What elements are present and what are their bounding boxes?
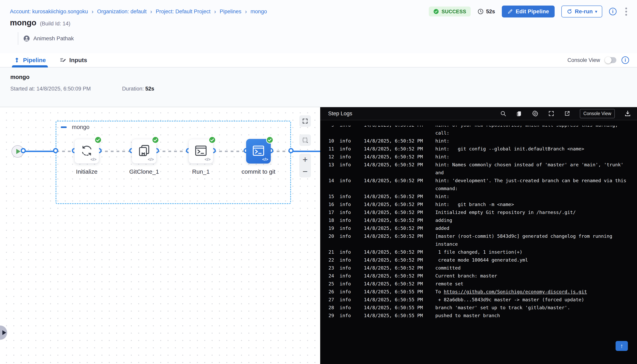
avatar-icon	[23, 35, 30, 42]
log-line: 14info14/8/2025, 6:50:52 PMhint: 'develo…	[320, 177, 637, 184]
rerun-button[interactable]: Re-run ▾	[561, 6, 602, 18]
log-level: info	[340, 289, 357, 294]
canvas-select-button[interactable]	[299, 134, 311, 146]
log-message: hint:	[435, 194, 637, 199]
caret-down-icon: ▾	[595, 9, 597, 14]
pipeline-step-commit-to-git[interactable]: </>	[246, 139, 271, 164]
log-level: info	[340, 122, 357, 128]
edge-start-to-stage	[22, 151, 56, 152]
stage-group-label: mongo	[72, 124, 90, 130]
breadcrumb-item[interactable]: mongo	[250, 8, 267, 15]
log-level: info	[340, 162, 357, 168]
tab-pipeline[interactable]: Pipeline	[14, 53, 46, 67]
zoom-in-button[interactable]: +	[299, 154, 311, 166]
log-level: info	[340, 138, 357, 144]
sidebar-expand-handle[interactable]	[0, 326, 7, 340]
scroll-to-top-button[interactable]: ↑	[616, 341, 628, 351]
more-options-menu[interactable]	[623, 6, 629, 17]
duration-row: Duration: 52s	[122, 86, 154, 92]
log-line-number: 28	[320, 305, 334, 310]
pipeline-step-gitclone_1[interactable]: </>	[132, 139, 156, 164]
log-message-wrap: command:	[435, 186, 637, 191]
stage-title: mongo	[10, 74, 30, 80]
log-line-number: 25	[320, 281, 334, 286]
log-level: info	[340, 226, 357, 231]
duration-indicator: 52s	[478, 8, 495, 15]
log-message: hint: Names commonly chosen instead of '…	[435, 162, 637, 168]
log-line: 18info14/8/2025, 6:50:52 PMadding	[320, 216, 637, 224]
breadcrumb-item[interactable]: Account: kurosakiichigo.songoku	[10, 8, 88, 15]
log-timestamp: 14/8/2025, 6:50:55 PM	[364, 305, 435, 310]
log-line: 10info14/8/2025, 6:50:52 PMhint:	[320, 137, 637, 145]
fullscreen-icon	[302, 118, 308, 124]
stage-collapse-control[interactable]: mongo	[61, 124, 90, 130]
edit-pipeline-button[interactable]: Edit Pipeline	[502, 6, 554, 18]
success-check-icon	[433, 8, 439, 14]
duration-text: 52s	[145, 86, 154, 92]
log-settings-icon[interactable]	[532, 110, 538, 117]
connector-port[interactable]	[53, 148, 58, 153]
log-message: added	[435, 226, 637, 231]
breadcrumb-item[interactable]: Organization: default	[97, 8, 146, 15]
step-logs-title: Step Logs	[328, 110, 352, 117]
log-copy-icon[interactable]	[516, 110, 522, 117]
log-line: 20info14/8/2025, 6:50:52 PM[master (root…	[320, 232, 637, 240]
log-link[interactable]: https://github.com/Sonichigo/economy-dis…	[444, 289, 587, 294]
started-at: Started at: 14/8/2025, 6:50:09 PM	[10, 86, 91, 92]
canvas-zoom-controls: + −	[299, 154, 311, 178]
log-line: 17info14/8/2025, 6:50:52 PMInitialized e…	[320, 208, 637, 216]
build-id: (Build Id: 14)	[40, 21, 70, 27]
connector-port[interactable]	[21, 148, 26, 153]
log-line: 21info14/8/2025, 6:50:52 PM 1 file chang…	[320, 248, 637, 256]
log-line: 13info14/8/2025, 6:50:52 PMhint: Names c…	[320, 161, 637, 169]
page-title: mongo	[10, 18, 36, 27]
canvas-fullscreen-button[interactable]	[299, 115, 311, 127]
breadcrumb-item[interactable]: Project: Default Project	[156, 8, 210, 15]
page-header: Account: kurosakiichigo.songoku›Organiza…	[0, 0, 637, 53]
log-line: 24info14/8/2025, 6:50:52 PMCurrent branc…	[320, 272, 637, 280]
connector-port[interactable]	[288, 148, 294, 153]
terminal-icon	[252, 144, 266, 158]
log-level: info	[340, 273, 357, 279]
log-line-number: 12	[320, 154, 334, 160]
log-line-number: 24	[320, 273, 334, 279]
log-line-number: 26	[320, 289, 334, 294]
pipeline-step-initialize[interactable]: </>	[74, 139, 99, 164]
log-line-number: 11	[320, 146, 334, 152]
log-line-number: 23	[320, 265, 334, 271]
zoom-out-button[interactable]: −	[299, 166, 311, 178]
breadcrumb-separator: ›	[150, 8, 152, 15]
log-message: 1 file changed, 1 insertion(+)	[435, 249, 637, 255]
log-search-icon[interactable]	[500, 110, 506, 117]
edge-dashed	[214, 151, 246, 152]
log-timestamp: 14/8/2025, 6:50:52 PM	[364, 178, 435, 184]
log-level: info	[340, 249, 357, 255]
console-view-label: Console View	[567, 57, 600, 63]
log-message: + 82a6dbb...5843d9c master -> master (fo…	[435, 297, 637, 302]
log-level: info	[340, 210, 357, 215]
log-fullscreen-icon[interactable]	[548, 110, 554, 117]
log-timestamp: 14/8/2025, 6:50:52 PM	[364, 257, 435, 263]
log-line: command:	[320, 184, 637, 192]
log-message-wrap: instance	[435, 241, 637, 247]
pipeline-step-run_1[interactable]: </>	[188, 139, 213, 164]
tab-inputs[interactable]: Inputs	[60, 53, 87, 67]
console-view-button[interactable]: Console View	[580, 109, 615, 118]
execution-summary: mongo Started at: 14/8/2025, 6:50:09 PM …	[0, 68, 637, 107]
log-level: info	[340, 265, 357, 271]
log-open-external-icon[interactable]	[564, 110, 570, 117]
info-icon[interactable]: i	[609, 8, 616, 15]
log-body[interactable]: 9info14/8/2025, 6:50:52 PMhint: of your …	[320, 121, 637, 364]
step-success-icon	[266, 136, 274, 144]
console-view-toggle[interactable]	[605, 57, 616, 63]
log-download-icon[interactable]	[624, 110, 631, 117]
step-label: commit to git	[242, 168, 275, 175]
console-view-info-icon[interactable]: i	[622, 56, 629, 64]
log-line: 23info14/8/2025, 6:50:52 PMcommitted	[320, 264, 637, 272]
breadcrumb: Account: kurosakiichigo.songoku›Organiza…	[10, 8, 267, 15]
pipeline-canvas[interactable]: mongo </>Initialize</>GitClone_1</>Run_1…	[0, 107, 320, 364]
breadcrumb-item[interactable]: Pipelines	[220, 8, 242, 15]
log-timestamp: 14/8/2025, 6:50:52 PM	[364, 146, 435, 152]
log-line-number: 17	[320, 210, 334, 215]
log-message: hint: of your new repositories, which wi…	[435, 122, 637, 128]
